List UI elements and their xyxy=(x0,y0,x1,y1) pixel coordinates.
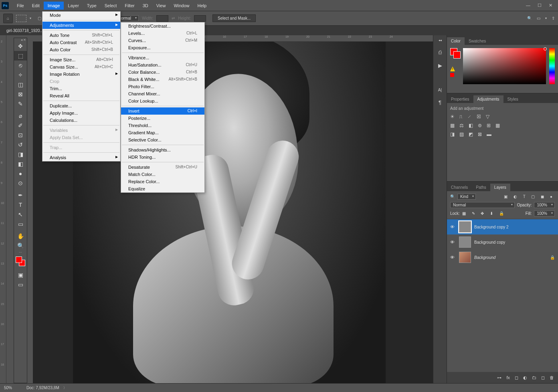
menu-3d[interactable]: 3D xyxy=(139,2,152,10)
menu-item[interactable]: Image Size...Alt+Ctrl+I xyxy=(42,56,120,63)
layer-name[interactable]: Background xyxy=(474,255,547,260)
menu-item[interactable]: Canvas Size...Alt+Ctrl+C xyxy=(42,63,120,71)
menu-item[interactable]: Color Balance...Ctrl+B xyxy=(121,69,204,76)
search-icon[interactable]: 🔍 xyxy=(527,16,532,20)
menu-file[interactable]: File xyxy=(13,2,28,10)
menu-item[interactable]: Exposure... xyxy=(121,44,204,51)
menu-item[interactable]: Shadows/Highlights... xyxy=(121,146,204,154)
menu-help[interactable]: Help xyxy=(194,2,211,10)
menu-layer[interactable]: Layer xyxy=(64,2,83,10)
menu-item[interactable]: Auto ToneShift+Ctrl+L xyxy=(42,32,120,39)
brightness-icon[interactable]: ☀ xyxy=(450,114,455,119)
menu-filter[interactable]: Filter xyxy=(121,2,138,10)
blur-tool[interactable]: ● xyxy=(14,169,27,178)
menu-item[interactable]: Mode▶ xyxy=(42,12,120,19)
crop-tool[interactable]: ◫ xyxy=(14,80,27,89)
layer-item[interactable]: 👁Background🔒 xyxy=(447,250,558,265)
tab-swatches[interactable]: Swatches xyxy=(465,37,490,45)
mask-icon[interactable]: ◻ xyxy=(515,375,518,380)
tab-layers[interactable]: Layers xyxy=(490,184,510,191)
layer-thumbnail[interactable] xyxy=(459,236,471,248)
character-icon[interactable]: A| xyxy=(438,88,442,92)
hand-tool[interactable]: ✋ xyxy=(14,231,27,241)
healing-brush-tool[interactable]: ⌀ xyxy=(14,111,27,121)
foreground-swatch[interactable] xyxy=(16,257,22,263)
tab-styles[interactable]: Styles xyxy=(503,95,522,103)
zoom-level[interactable]: 50% xyxy=(4,386,12,390)
menu-item[interactable]: Channel Mixer... xyxy=(121,90,204,97)
tab-paths[interactable]: Paths xyxy=(472,184,490,191)
menu-item[interactable]: Adjustments▶ xyxy=(42,22,120,29)
menu-item[interactable]: Reveal All xyxy=(42,92,120,99)
gradient-map-icon[interactable]: ▬ xyxy=(487,131,491,137)
opacity-input[interactable]: 100% xyxy=(534,202,555,208)
frame-tool[interactable]: ⊠ xyxy=(14,89,27,99)
minimize-button[interactable]: ― xyxy=(526,3,530,8)
menu-window[interactable]: Window xyxy=(170,2,193,10)
exposure-icon[interactable]: ☒ xyxy=(477,114,481,119)
dodge-tool[interactable]: ⊙ xyxy=(14,178,27,188)
selective-icon[interactable]: ⊠ xyxy=(478,131,482,137)
select-and-mask-button[interactable]: Select and Mask... xyxy=(212,14,256,22)
adjustment-layer-icon[interactable]: ◐ xyxy=(523,375,527,380)
chevron-down-icon[interactable]: ▾ xyxy=(545,16,547,20)
workspace-icon[interactable]: ▭ xyxy=(537,16,540,20)
menu-view[interactable]: View xyxy=(152,2,170,10)
document-tab[interactable]: girl-3033718_1920... xyxy=(3,28,46,34)
move-tool[interactable]: ✥ xyxy=(14,41,27,51)
eyedropper-tool[interactable]: ✎ xyxy=(14,99,27,109)
layer-filter-kind[interactable]: Kind xyxy=(457,194,476,200)
chevron-down-icon[interactable]: ▾ xyxy=(30,16,31,20)
delete-layer-icon[interactable]: 🗑 xyxy=(550,375,554,380)
visibility-toggle[interactable]: 👁 xyxy=(450,224,456,229)
layer-name[interactable]: Background copy 2 xyxy=(474,225,555,229)
history-icon[interactable]: ⎙ xyxy=(439,49,442,55)
rectangle-tool[interactable]: ▭ xyxy=(14,219,27,229)
quick-mask-toggle[interactable]: ▣ xyxy=(14,270,27,280)
threshold-icon[interactable]: ◩ xyxy=(469,131,473,137)
fill-input[interactable]: 100% xyxy=(534,210,555,216)
posterize-icon[interactable]: ▨ xyxy=(459,131,464,137)
color-swatches[interactable] xyxy=(14,256,27,269)
menu-item[interactable]: Selective Color... xyxy=(121,136,204,143)
menu-item[interactable]: Gradient Map... xyxy=(121,129,204,136)
menu-type[interactable]: Type xyxy=(83,2,101,10)
layer-item[interactable]: 👁Background copy 2 xyxy=(447,219,558,234)
photo-filter-icon[interactable]: ⊚ xyxy=(478,123,482,128)
curves-icon[interactable]: ⟋ xyxy=(467,114,472,119)
menu-item[interactable]: Image Rotation▶ xyxy=(42,71,120,78)
menu-item[interactable]: InvertCtrl+I xyxy=(121,107,204,115)
menu-edit[interactable]: Edit xyxy=(28,2,44,10)
close-button[interactable]: ✕ xyxy=(549,3,552,8)
balance-icon[interactable]: ⚖ xyxy=(459,123,464,128)
menu-item[interactable]: Auto ColorShift+Ctrl+B xyxy=(42,46,120,53)
marquee-tool[interactable]: ⬚ xyxy=(14,51,27,61)
menu-item[interactable]: Threshold... xyxy=(121,122,204,129)
lasso-tool[interactable]: ⎋ xyxy=(14,61,27,70)
vibrance-icon[interactable]: ▽ xyxy=(486,114,489,119)
paragraph-icon[interactable]: ¶ xyxy=(439,99,441,105)
blend-mode-dropdown[interactable]: Normal xyxy=(450,202,515,208)
menu-item[interactable]: Photo Filter... xyxy=(121,83,204,90)
menu-select[interactable]: Select xyxy=(101,2,121,10)
menu-item[interactable]: HDR Toning... xyxy=(121,154,204,161)
menu-item[interactable]: Equalize xyxy=(121,185,204,192)
group-icon[interactable]: 🗀 xyxy=(532,375,536,380)
menu-image[interactable]: Image xyxy=(44,2,64,10)
marquee-preset-icon[interactable] xyxy=(16,15,26,22)
hue-icon[interactable]: ▦ xyxy=(450,123,455,128)
tab-color[interactable]: Color xyxy=(447,37,465,45)
pen-tool[interactable]: ✒ xyxy=(14,190,27,200)
maximize-button[interactable]: ☐ xyxy=(538,3,542,8)
actions-icon[interactable]: ▶ xyxy=(438,63,442,69)
layer-thumbnail[interactable] xyxy=(459,221,471,232)
menu-item[interactable]: Brightness/Contrast... xyxy=(121,22,204,30)
menu-item[interactable]: Black & White...Alt+Shift+Ctrl+B xyxy=(121,76,204,83)
fx-icon[interactable]: fx xyxy=(506,375,510,380)
menu-item[interactable]: Analysis▶ xyxy=(42,154,120,161)
layer-name[interactable]: Background copy xyxy=(474,240,555,244)
brush-tool[interactable]: ✐ xyxy=(14,121,27,130)
menu-item[interactable]: Match Color... xyxy=(121,171,204,178)
menu-item[interactable]: Color Lookup... xyxy=(121,97,204,105)
gradient-tool[interactable]: ◧ xyxy=(14,159,27,169)
